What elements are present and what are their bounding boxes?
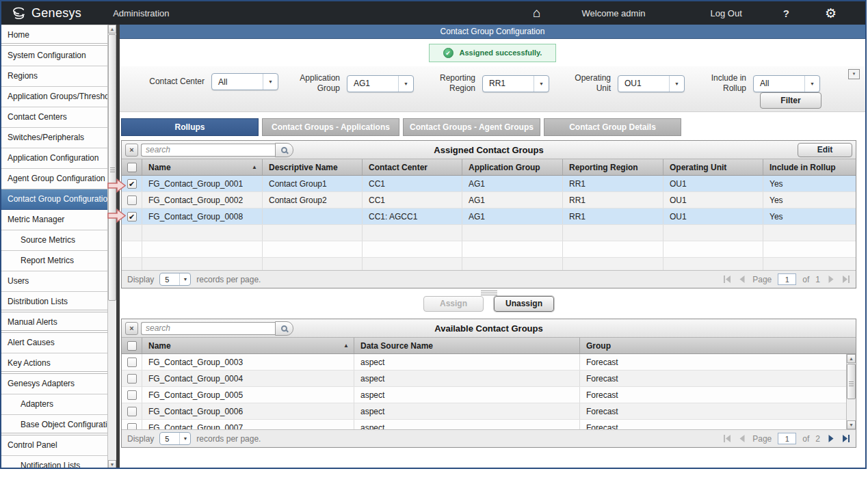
row-checkbox[interactable] (127, 358, 137, 367)
sidebar-item-home[interactable]: Home (1, 25, 107, 46)
table-row[interactable]: ✔FG_Contact_Group_0008CC1: AGCC1AG1RR1OU… (122, 209, 856, 225)
column-header-descriptive-name[interactable]: Descriptive Name (263, 159, 363, 175)
sidebar-scrollbar[interactable]: ▲ ▼ (107, 25, 116, 469)
sidebar-item-switches-peripherals[interactable]: Switches/Peripherals (1, 128, 107, 148)
row-checkbox[interactable] (127, 374, 137, 384)
sidebar-item-metric-manager[interactable]: Metric Manager (1, 210, 107, 230)
filter-label: Operating Unit (567, 73, 611, 94)
gear-icon[interactable]: ⚙ (825, 5, 837, 21)
logout-link[interactable]: Log Out (711, 8, 742, 18)
pager-first-icon[interactable] (722, 275, 731, 284)
pager-last-icon[interactable] (841, 435, 850, 443)
row-checkbox[interactable] (127, 423, 137, 430)
table-scrollbar-thumb[interactable] (847, 364, 856, 399)
sidebar-item-report-metrics[interactable]: Report Metrics (1, 251, 107, 271)
search-input[interactable] (141, 144, 275, 157)
sidebar-item-base-object-configuration[interactable]: Base Object Configuration (1, 415, 107, 435)
main-content: Contact Group Configuration ✔ Assigned s… (120, 25, 865, 469)
table-row[interactable]: FG_Contact_Group_0006aspectForecast (122, 403, 846, 420)
home-icon[interactable]: ⌂ (533, 5, 540, 21)
pager-prev-icon[interactable] (737, 275, 746, 284)
table-row[interactable]: FG_Contact_Group_0005aspectForecast (122, 387, 846, 403)
select-all-checkbox[interactable] (127, 163, 137, 172)
unassign-button[interactable]: Unassign (494, 296, 554, 312)
tab-contact-group-details[interactable]: Contact Group Details (544, 118, 681, 136)
tab-contact-groups-applications[interactable]: Contact Groups - Applications (262, 118, 399, 136)
edit-button[interactable]: Edit (798, 143, 852, 157)
table-row[interactable]: FG_Contact_Group_0004aspectForecast (122, 371, 846, 387)
column-header-reporting-region[interactable]: Reporting Region (563, 159, 663, 175)
row-checkbox-checked[interactable]: ✔ (127, 212, 137, 221)
column-header-group[interactable]: Group (580, 338, 856, 353)
table-row[interactable]: FG_Contact_Group_0007aspectForecast (122, 420, 846, 429)
row-checkbox[interactable] (127, 196, 137, 205)
scrollbar-down-icon[interactable]: ▼ (847, 420, 856, 429)
row-checkbox-checked[interactable]: ✔ (127, 179, 137, 189)
sidebar-item-adapters[interactable]: Adapters (1, 394, 107, 415)
table-cell (142, 241, 263, 257)
include-in-rollup-select[interactable]: All▼ (753, 75, 820, 92)
sidebar-item-application-groups-thresholds[interactable]: Application Groups/Thresholds (1, 87, 107, 107)
row-checkbox[interactable] (127, 390, 137, 400)
help-icon[interactable]: ? (783, 8, 789, 19)
pager-prev-icon[interactable] (737, 435, 746, 443)
table-row[interactable]: ✔FG_Contact_Group_0001Contact Group1CC1A… (122, 176, 856, 192)
sidebar-item-source-metrics[interactable]: Source Metrics (1, 230, 107, 251)
operating-unit-select[interactable]: OU1▼ (618, 75, 685, 92)
sidebar-item-key-actions[interactable]: Key Actions (1, 353, 107, 374)
column-header-name[interactable]: Name▲ (142, 159, 263, 175)
sidebar-item-regions[interactable]: Regions (1, 66, 107, 87)
tab-contact-groups-agent-groups[interactable]: Contact Groups - Agent Groups (403, 118, 540, 136)
sidebar-item-genesys-adapters[interactable]: Genesys Adapters (1, 374, 107, 394)
column-header-application-group[interactable]: Application Group (462, 159, 563, 175)
sidebar-item-control-panel[interactable]: Control Panel (1, 435, 107, 456)
column-header-data-source-name[interactable]: Data Source Name (354, 338, 580, 353)
sidebar-item-manual-alerts[interactable]: Manual Alerts (1, 312, 107, 333)
filter-button[interactable]: Filter (760, 92, 821, 109)
page-number-input[interactable]: 1 (778, 433, 796, 444)
pager-last-icon[interactable] (841, 275, 850, 284)
table-row[interactable]: FG_Contact_Group_0003aspectForecast (122, 354, 846, 371)
contact-center-select[interactable]: All▼ (211, 73, 278, 90)
sidebar-item-application-configuration[interactable]: Application Configuration (1, 148, 107, 169)
application-group-select[interactable]: AG1▼ (347, 75, 414, 92)
clear-search-icon[interactable]: × (125, 144, 138, 157)
filter-bar: Contact CenterAll▼Application GroupAG1▼R… (120, 66, 865, 112)
select-all-checkbox[interactable] (127, 341, 137, 351)
table-row[interactable]: FG_Contact_Group_0002Contact Group2CC1AG… (122, 192, 856, 209)
clear-search-icon[interactable]: × (125, 322, 138, 335)
panel-splitter[interactable] (481, 291, 497, 295)
search-icon[interactable] (275, 321, 293, 336)
column-header-contact-center[interactable]: Contact Center (363, 159, 462, 175)
sidebar-item-contact-centers[interactable]: Contact Centers (1, 107, 107, 128)
sidebar-item-agent-group-configuration[interactable]: Agent Group Configuration (1, 169, 107, 189)
reporting-region-select[interactable]: RR1▼ (482, 75, 549, 92)
search-input[interactable] (141, 322, 275, 335)
sidebar-item-contact-group-configuration[interactable]: Contact Group Configuration (1, 189, 107, 210)
page-size-select[interactable]: 5 ▼ (159, 273, 191, 286)
tab-rollups[interactable]: Rollups (121, 118, 259, 136)
sidebar-scrollbar-thumb[interactable] (108, 34, 116, 301)
scrollbar-up-icon[interactable]: ▲ (847, 354, 856, 363)
search-icon[interactable] (275, 143, 293, 157)
row-checkbox[interactable] (127, 407, 137, 416)
assign-button[interactable]: Assign (423, 296, 484, 312)
column-header-operating-unit[interactable]: Operating Unit (663, 159, 763, 175)
page-size-select[interactable]: 5 ▼ (159, 432, 191, 445)
column-header-include-in-rollup[interactable]: Include in Rollup (763, 159, 856, 175)
scrollbar-down-icon[interactable]: ▼ (108, 460, 116, 469)
sidebar-item-alert-causes[interactable]: Alert Causes (1, 333, 107, 353)
sidebar-item-notification-lists[interactable]: Notification Lists (1, 456, 107, 469)
sidebar-item-system-configuration[interactable]: System Configuration (1, 46, 107, 66)
page-number-input[interactable]: 1 (778, 273, 796, 285)
scrollbar-up-icon[interactable]: ▲ (108, 25, 116, 33)
table-cell: Contact Group2 (263, 192, 363, 208)
sidebar-item-distribution-lists[interactable]: Distribution Lists (1, 292, 107, 312)
column-header-name[interactable]: Name▲ (142, 338, 354, 353)
pager-next-icon[interactable] (826, 275, 835, 284)
table-scrollbar[interactable]: ▲ ▼ (846, 354, 856, 429)
pager-first-icon[interactable] (722, 435, 731, 443)
pager-next-icon[interactable] (826, 435, 835, 443)
collapse-filters-button[interactable]: ▼ (848, 69, 860, 79)
sidebar-item-users[interactable]: Users (1, 271, 107, 292)
